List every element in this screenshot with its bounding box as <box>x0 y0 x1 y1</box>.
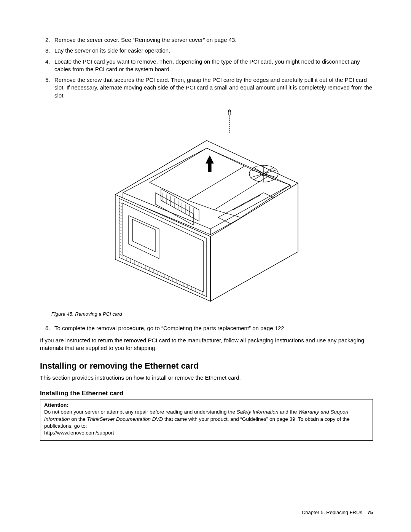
step-text: To complete the removal procedure, go to… <box>54 325 286 331</box>
server-chassis-illustration <box>100 107 313 305</box>
step-5: 5.Remove the screw that secures the PCI … <box>48 76 373 99</box>
figure-caption: Figure 45. Removing a PCI card <box>51 311 373 318</box>
step-number: 4. <box>45 58 50 66</box>
step-text: Lay the server on its side for easier op… <box>54 47 170 54</box>
attention-url: http://www.lenovo.com/support <box>44 430 114 436</box>
step-6: 6.To complete the removal procedure, go … <box>48 324 373 332</box>
step-4: 4.Locate the PCI card you want to remove… <box>48 58 373 73</box>
procedure-steps-part2: 6.To complete the removal procedure, go … <box>40 324 373 332</box>
step-number: 2. <box>45 36 50 44</box>
footer-page-number: 75 <box>368 510 373 515</box>
screw-icon <box>228 110 231 134</box>
page-footer: Chapter 5. Replacing FRUs 75 <box>302 509 373 516</box>
step-number: 5. <box>45 76 50 84</box>
section-heading-ethernet: Installing or removing the Ethernet card <box>40 360 373 372</box>
step-2: 2.Remove the server cover. See “Removing… <box>48 36 373 44</box>
step-text: Remove the screw that secures the PCI ca… <box>54 77 372 99</box>
step-number: 3. <box>45 47 50 54</box>
step-3: 3.Lay the server on its side for easier … <box>48 47 373 54</box>
procedure-steps-part1: 2.Remove the server cover. See “Removing… <box>40 36 373 99</box>
step-number: 6. <box>45 324 50 332</box>
subsection-heading-install-ethernet: Installing the Ethernet card <box>40 389 373 399</box>
footer-chapter: Chapter 5. Replacing FRUs <box>302 510 362 515</box>
attention-text: Do not open your server or attempt any r… <box>44 409 350 428</box>
return-instructions: If you are instructed to return the remo… <box>40 337 373 352</box>
step-text: Remove the server cover. See “Removing t… <box>54 37 237 43</box>
section-description: This section provides instructions on ho… <box>40 374 373 382</box>
step-text: Locate the PCI card you want to remove. … <box>54 58 360 72</box>
attention-label: Attention: <box>44 402 369 409</box>
figure-45 <box>40 107 373 307</box>
attention-box: Attention: Do not open your server or at… <box>40 399 373 441</box>
svg-rect-3 <box>229 112 230 115</box>
